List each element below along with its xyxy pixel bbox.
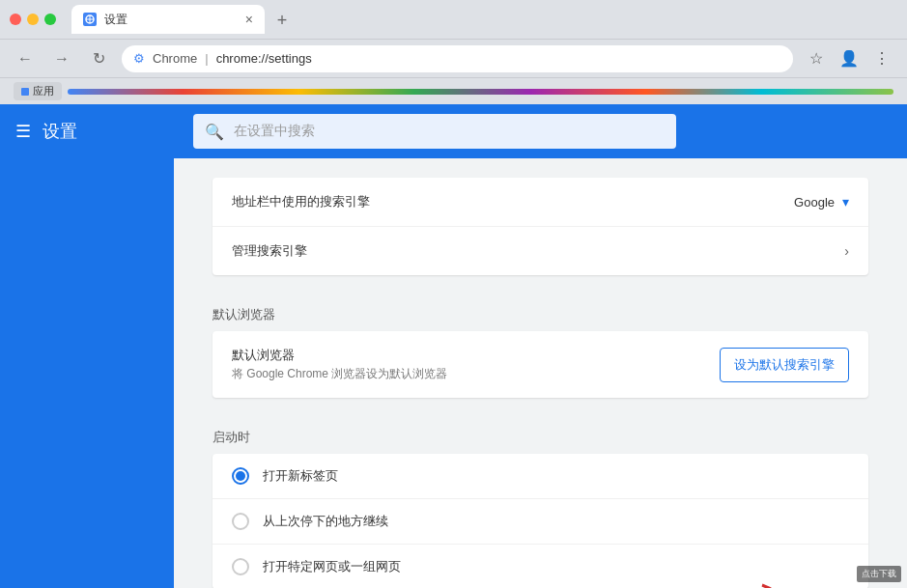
- search-engine-row: 地址栏中使用的搜索引擎 Google ▾: [213, 178, 868, 227]
- startup-section-title: 启动时: [213, 413, 868, 454]
- tab-close-icon[interactable]: ×: [245, 12, 253, 27]
- startup-option-1[interactable]: 从上次停下的地方继续: [213, 499, 868, 545]
- account-icon[interactable]: 👤: [836, 45, 863, 72]
- startup-option-0-label: 打开新标签页: [263, 467, 338, 485]
- sidebar-menu-icon[interactable]: ☰: [15, 121, 31, 142]
- radio-unselected-icon-1: [232, 513, 249, 530]
- browser-frame: 设置 × + ← → ↻ ⚙ Chrome | chrome://setting…: [0, 0, 907, 588]
- apps-icon: [21, 88, 29, 96]
- forward-button[interactable]: →: [48, 45, 75, 72]
- search-placeholder: 在设置中搜索: [234, 123, 315, 140]
- refresh-button[interactable]: ↻: [85, 45, 112, 72]
- radio-selected-icon: [232, 467, 249, 485]
- startup-option-2-label: 打开特定网页或一组网页: [263, 558, 401, 575]
- default-browser-info: 默认浏览器 将 Google Chrome 浏览器设为默认浏览器: [232, 347, 447, 382]
- radio-inner-dot: [236, 471, 245, 481]
- active-tab[interactable]: 设置 ×: [71, 5, 265, 34]
- startup-option-1-label: 从上次停下的地方继续: [263, 513, 388, 530]
- manage-search-arrow-icon: ›: [844, 243, 849, 259]
- radio-unselected-icon-2: [232, 558, 249, 575]
- nav-right-controls: ☆ 👤 ⋮: [803, 45, 895, 72]
- address-url: chrome://settings: [216, 51, 312, 66]
- apps-label: 应用: [33, 84, 54, 98]
- manage-search-row[interactable]: 管理搜索引擎 ›: [213, 227, 868, 275]
- red-arrow-annotation: [685, 575, 810, 588]
- sidebar: ☰ 设置: [0, 104, 174, 588]
- search-engine-value: Google: [794, 195, 835, 210]
- colorbar: [68, 89, 893, 95]
- search-engine-select[interactable]: Google ▾: [794, 194, 849, 210]
- address-bar[interactable]: ⚙ Chrome | chrome://settings: [122, 45, 793, 72]
- default-browser-card: 默认浏览器 将 Google Chrome 浏览器设为默认浏览器 设为默认搜索引…: [213, 331, 868, 398]
- search-icon: 🔍: [205, 123, 224, 141]
- settings-header: 🔍 在设置中搜索: [174, 104, 907, 158]
- search-box[interactable]: 🔍 在设置中搜索: [193, 114, 676, 149]
- watermark: 点击下载: [857, 566, 901, 582]
- new-tab-button[interactable]: +: [269, 7, 296, 34]
- search-engine-card: 地址栏中使用的搜索引擎 Google ▾ 管理搜索引擎 ›: [213, 178, 868, 275]
- set-default-button[interactable]: 设为默认搜索引擎: [720, 348, 849, 382]
- default-browser-sublabel: 将 Google Chrome 浏览器设为默认浏览器: [232, 366, 447, 382]
- startup-card: 打开新标签页 从上次停下的地方继续 打开特定网页或一组网页: [213, 454, 868, 588]
- close-button[interactable]: [10, 14, 21, 25]
- default-browser-row: 默认浏览器 将 Google Chrome 浏览器设为默认浏览器 设为默认搜索引…: [213, 331, 868, 398]
- back-button[interactable]: ←: [12, 45, 39, 72]
- page-content: ☰ 设置 🔍 在设置中搜索 地址栏中使用的搜索引擎: [0, 104, 907, 588]
- default-browser-section-title: 默认浏览器: [213, 291, 868, 331]
- bookmark-star-icon[interactable]: ☆: [803, 45, 830, 72]
- address-separator: |: [205, 51, 208, 66]
- tabs-area: 设置 × +: [71, 5, 897, 34]
- nav-bar: ← → ↻ ⚙ Chrome | chrome://settings ☆ 👤 ⋮: [0, 39, 907, 77]
- secure-icon: ⚙: [133, 51, 145, 66]
- apps-bookmark[interactable]: 应用: [14, 82, 62, 100]
- tab-title: 设置: [104, 12, 128, 28]
- startup-option-0[interactable]: 打开新标签页: [213, 454, 868, 499]
- sidebar-header: ☰ 设置: [0, 104, 174, 158]
- main-area: 🔍 在设置中搜索 地址栏中使用的搜索引擎 Google ▾: [174, 104, 907, 588]
- tab-favicon: [83, 13, 97, 26]
- search-engine-label: 地址栏中使用的搜索引擎: [232, 193, 370, 210]
- maximize-button[interactable]: [44, 14, 56, 25]
- title-bar: 设置 × +: [0, 0, 907, 39]
- settings-content: 地址栏中使用的搜索引擎 Google ▾ 管理搜索引擎 › 默认浏览器: [174, 158, 907, 588]
- sidebar-title: 设置: [43, 120, 77, 143]
- address-brand: Chrome: [153, 51, 197, 66]
- select-arrow-icon: ▾: [842, 194, 849, 210]
- menu-icon[interactable]: ⋮: [868, 45, 895, 72]
- traffic-lights: [10, 14, 56, 25]
- bookmarks-bar: 应用: [0, 77, 907, 104]
- default-browser-label: 默认浏览器: [232, 347, 447, 364]
- minimize-button[interactable]: [27, 14, 39, 25]
- manage-search-label: 管理搜索引擎: [232, 242, 307, 260]
